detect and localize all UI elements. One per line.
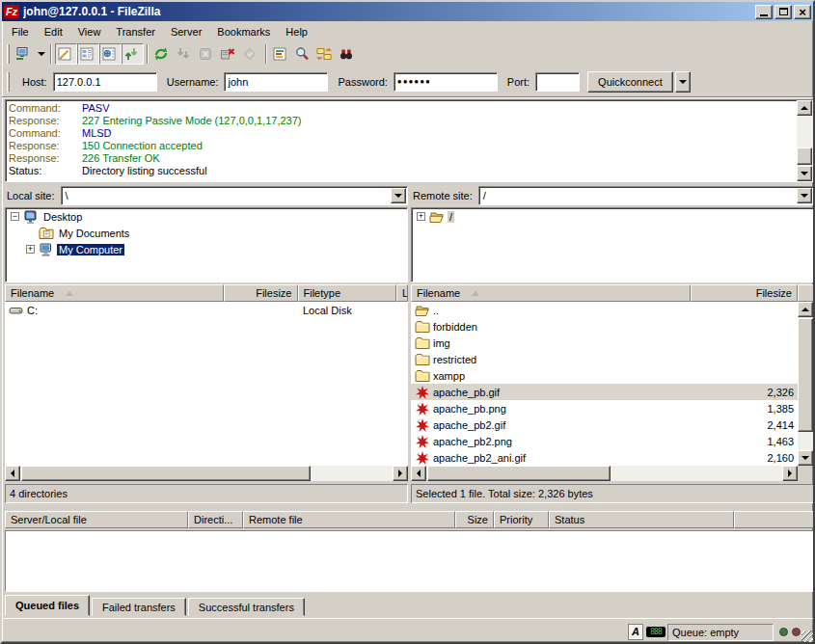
site-manager-button[interactable]	[13, 43, 35, 65]
arrow-down-icon	[801, 172, 808, 175]
column-header-filename[interactable]: Filename	[5, 284, 224, 302]
toolbar-grip[interactable]	[7, 44, 10, 64]
site-manager-dropdown-button[interactable]	[35, 43, 47, 65]
menu-view[interactable]: View	[70, 23, 109, 40]
file-row-c-drive[interactable]: C: Local Disk	[5, 302, 408, 318]
scrollbar-thumb[interactable]	[798, 318, 813, 432]
resize-grip[interactable]	[801, 631, 813, 642]
quickconnect-button[interactable]: Quickconnect	[587, 71, 673, 93]
column-header-filesize[interactable]: Filesize	[691, 284, 798, 302]
menu-file[interactable]: File	[4, 23, 37, 40]
menu-edit[interactable]: Edit	[37, 23, 70, 40]
scrollbar-thumb[interactable]	[427, 466, 611, 481]
tree-item-my-documents[interactable]: My Documents	[6, 225, 407, 241]
disconnect-icon	[220, 46, 235, 62]
queue-tabs: Queued files Failed transfers Successful…	[5, 594, 307, 616]
tab-failed-transfers[interactable]: Failed transfers	[92, 598, 186, 616]
tab-successful-transfers[interactable]: Successful transfers	[188, 598, 305, 616]
arrow-right-icon	[788, 470, 792, 477]
expand-toggle[interactable]: +	[417, 212, 425, 221]
transfer-type-indicator-icon[interactable]: A	[628, 624, 643, 640]
disconnect-button[interactable]	[218, 43, 240, 65]
tree-item-root[interactable]: + /	[412, 208, 813, 225]
menu-transfer[interactable]: Transfer	[108, 23, 163, 40]
tree-item-my-computer[interactable]: + My Computer	[6, 241, 407, 257]
file-row[interactable]: ..	[411, 302, 798, 318]
maximize-icon	[779, 8, 788, 15]
column-header-filetype[interactable]: Filetype	[298, 284, 397, 302]
remote-site-path: /	[483, 190, 486, 201]
quickconnect-dropdown-button[interactable]	[675, 71, 691, 93]
process-queue-button[interactable]	[174, 43, 196, 65]
remote-list-hscrollbar[interactable]	[411, 466, 798, 481]
scroll-down-button[interactable]	[797, 166, 812, 181]
minimize-button[interactable]	[755, 5, 773, 19]
menu-help[interactable]: Help	[278, 23, 315, 40]
local-list-hscrollbar[interactable]	[5, 466, 408, 481]
reconnect-button[interactable]	[240, 43, 262, 65]
file-row[interactable]: apache_pb2_ani.gif 2,160	[411, 449, 798, 466]
column-header-filesize[interactable]: Filesize	[224, 284, 298, 302]
column-header-status[interactable]: Status	[549, 511, 734, 528]
port-input[interactable]	[535, 72, 580, 92]
column-header-priority[interactable]: Priority	[494, 511, 549, 528]
maximize-button[interactable]	[774, 5, 792, 19]
scroll-right-button[interactable]	[393, 466, 408, 481]
scroll-left-button[interactable]	[411, 466, 426, 481]
expand-toggle[interactable]: +	[26, 245, 35, 254]
password-input[interactable]	[394, 72, 498, 92]
scroll-up-button[interactable]	[798, 302, 813, 317]
cancel-button[interactable]	[196, 43, 218, 65]
scrollbar-thumb[interactable]	[21, 466, 311, 481]
toggle-transfer-queue-button[interactable]	[122, 43, 144, 65]
column-header-last-modified[interactable]: L	[396, 284, 408, 302]
file-row[interactable]: restricted	[411, 351, 798, 367]
file-row[interactable]: forbidden	[411, 318, 798, 335]
combo-dropdown-button[interactable]	[391, 188, 406, 203]
remote-list-vscrollbar[interactable]	[798, 302, 814, 466]
column-header-remote-file[interactable]: Remote file	[243, 511, 455, 528]
log-scrollbar[interactable]	[797, 100, 813, 181]
log-line: Response:227 Entering Passive Mode (127,…	[9, 115, 797, 127]
scroll-up-button[interactable]	[797, 100, 812, 116]
column-header-server-local-file[interactable]: Server/Local file	[5, 511, 188, 528]
toggle-local-tree-button[interactable]	[77, 43, 99, 65]
tree-item-desktop[interactable]: − Desktop	[6, 208, 407, 225]
toggle-remote-tree-button[interactable]	[99, 43, 122, 65]
tab-queued-files[interactable]: Queued files	[5, 595, 90, 616]
find-files-button[interactable]	[292, 43, 314, 65]
username-input[interactable]	[224, 72, 328, 92]
speed-limits-icon[interactable]: 888	[646, 627, 666, 637]
combo-dropdown-button[interactable]	[797, 188, 812, 203]
refresh-button[interactable]	[151, 43, 174, 65]
data-indicator-green-icon	[779, 628, 788, 636]
file-row[interactable]: apache_pb2.gif 2,414	[411, 416, 798, 433]
scroll-right-button[interactable]	[782, 466, 798, 481]
file-row[interactable]: img	[411, 335, 798, 351]
file-row[interactable]: apache_pb.png 1,385	[411, 400, 798, 416]
toggle-message-log-button[interactable]	[55, 43, 77, 65]
arrow-up-icon	[801, 308, 809, 311]
close-button[interactable]: ×	[794, 5, 811, 19]
column-header-filename[interactable]: Filename	[411, 284, 691, 302]
collapse-toggle[interactable]: −	[11, 212, 19, 221]
scrollbar-thumb[interactable]	[797, 148, 812, 165]
column-header-direction[interactable]: Directi...	[188, 511, 243, 528]
host-input[interactable]	[53, 72, 157, 92]
column-header-size[interactable]: Size	[455, 511, 494, 528]
file-row-selected[interactable]: apache_pb.gif 2,326	[411, 384, 798, 400]
menu-server[interactable]: Server	[163, 23, 209, 40]
synchronized-browsing-button[interactable]	[314, 43, 337, 65]
file-row[interactable]: apache_pb2.png 1,463	[411, 433, 798, 449]
scroll-down-button[interactable]	[798, 450, 813, 466]
filter-button[interactable]	[337, 43, 359, 65]
minimize-icon	[760, 14, 768, 16]
directory-comparison-button[interactable]	[270, 43, 292, 65]
scroll-left-button[interactable]	[5, 466, 20, 481]
local-site-combo[interactable]: \	[61, 186, 408, 205]
remote-site-combo[interactable]: /	[478, 186, 814, 205]
file-row[interactable]: xampp	[411, 367, 798, 384]
quickconnect-grip[interactable]	[7, 72, 10, 92]
image-file-icon	[415, 417, 430, 433]
menu-bookmarks[interactable]: Bookmarks	[209, 23, 278, 40]
